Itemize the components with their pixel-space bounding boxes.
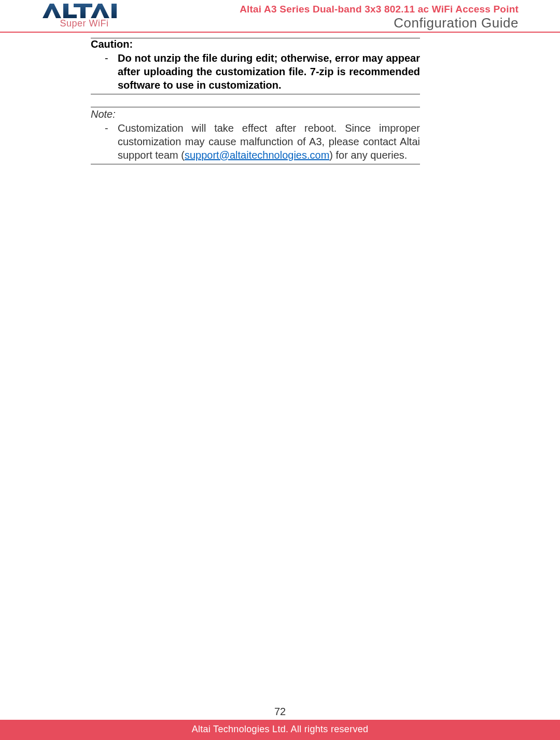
note-label: Note: bbox=[91, 107, 420, 121]
page-footer: 72 Altai Technologies Ltd. All rights re… bbox=[0, 706, 560, 740]
header-product-title: Altai A3 Series Dual-band 3x3 802.11 ac … bbox=[240, 4, 519, 15]
note-list: Customization will take effect after reb… bbox=[91, 121, 420, 164]
caution-box: Caution: Do not unzip the file during ed… bbox=[91, 38, 420, 94]
page-number: 72 bbox=[0, 706, 560, 720]
note-box: Note: Customization will take effect aft… bbox=[91, 107, 420, 164]
logo-main-text bbox=[41, 3, 127, 19]
note-text-post: ) for any queries. bbox=[329, 149, 407, 161]
caution-list: Do not unzip the file during edit; other… bbox=[91, 51, 420, 94]
content-area: Caution: Do not unzip the file during ed… bbox=[0, 33, 560, 740]
page-header: Super WiFi Altai A3 Series Dual-band 3x3… bbox=[0, 0, 560, 33]
note-item: Customization will take effect after reb… bbox=[118, 121, 420, 162]
footer-copyright: Altai Technologies Ltd. All rights reser… bbox=[0, 720, 560, 740]
caution-item: Do not unzip the file during edit; other… bbox=[118, 51, 420, 92]
logo-sub-text: Super WiFi bbox=[60, 18, 108, 29]
logo: Super WiFi bbox=[41, 3, 127, 29]
support-email-link[interactable]: support@altaitechnologies.com bbox=[185, 149, 329, 161]
header-doc-title: Configuration Guide bbox=[240, 15, 519, 31]
header-titles: Altai A3 Series Dual-band 3x3 802.11 ac … bbox=[240, 3, 519, 31]
caution-label: Caution: bbox=[91, 38, 420, 51]
